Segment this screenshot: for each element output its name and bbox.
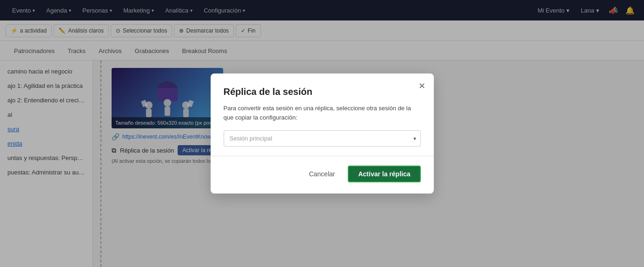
modal-close-button[interactable]: ✕ xyxy=(418,82,425,90)
modal-select-wrapper: Sesión principal ▾ xyxy=(224,130,421,147)
modal-description: Para convertir esta sesión en una réplic… xyxy=(224,104,421,122)
activate-replica-button[interactable]: Activar la réplica xyxy=(348,166,420,182)
cancel-button[interactable]: Cancelar xyxy=(301,167,342,181)
modal-footer: Cancelar Activar la réplica xyxy=(224,166,421,182)
session-select[interactable]: Sesión principal xyxy=(224,130,421,147)
modal-divider xyxy=(211,156,434,156)
modal-dialog: Réplica de la sesión ✕ Para convertir es… xyxy=(211,73,434,194)
modal-overlay: Réplica de la sesión ✕ Para convertir es… xyxy=(0,0,644,267)
modal-title: Réplica de la sesión xyxy=(224,87,421,97)
